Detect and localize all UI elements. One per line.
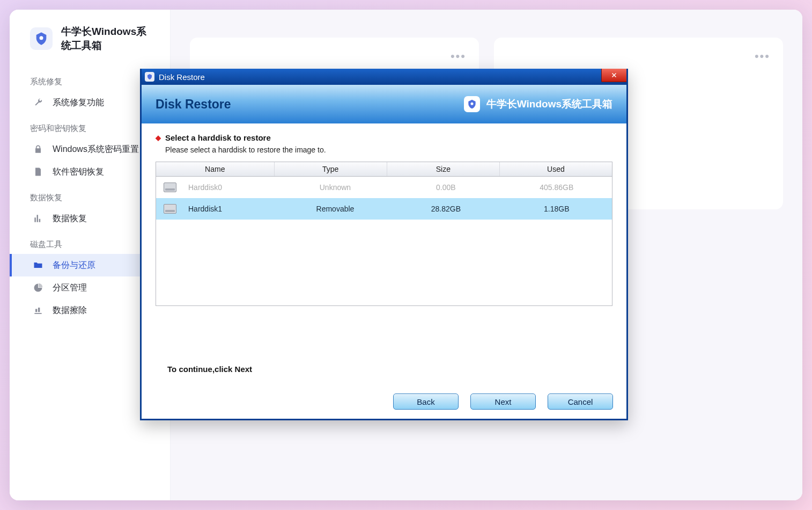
table-row[interactable]: Harddisk1 Removable 28.82GB 1.18GB <box>156 198 612 220</box>
cell-type: Unknown <box>280 183 390 192</box>
table-row[interactable]: Harddisk0 Unknown 0.00B 405.86GB <box>156 177 612 198</box>
nav-label: 备份与还原 <box>53 260 95 271</box>
nav-label: 系统修复功能 <box>53 97 104 108</box>
lock-icon <box>32 143 44 155</box>
nav-label: 分区管理 <box>53 282 87 294</box>
step-title: Select a harddisk to restore <box>165 133 271 142</box>
brand: 牛学长Windows系 统工具箱 <box>10 25 170 67</box>
dialog-footer: Back Next Cancel <box>143 386 625 417</box>
cell-size: 28.82GB <box>390 205 501 213</box>
disk-restore-dialog: Disk Restore Disk Restore 牛学长Windows系统工具… <box>140 69 628 420</box>
step-subtitle: Please select a harddisk to restore the … <box>156 142 612 162</box>
brand-title-line1: 牛学长Windows系 <box>61 25 146 39</box>
dialog-header-brand: 牛学长Windows系统工具箱 <box>464 96 612 112</box>
nav-label: Windows系统密码重置 <box>53 144 139 155</box>
eraser-icon <box>32 304 44 316</box>
dialog-titlebar[interactable]: Disk Restore <box>142 69 626 85</box>
back-button[interactable]: Back <box>393 394 459 410</box>
dialog-body: ◆ Select a harddisk to restore Please se… <box>142 123 626 306</box>
col-used[interactable]: Used <box>500 162 612 176</box>
app-window: 牛学长Windows系 统工具箱 系统修复 系统修复功能 密码和密钥恢复 Win… <box>10 10 802 500</box>
svg-point-4 <box>470 103 473 105</box>
brand-icon <box>30 27 53 50</box>
svg-point-1 <box>40 36 43 40</box>
col-size[interactable]: Size <box>387 162 500 176</box>
cell-size: 0.00B <box>390 183 501 192</box>
dialog-header-title: Disk Restore <box>156 97 231 112</box>
cell-name: Harddisk0 <box>188 183 222 192</box>
disk-table: Name Type Size Used Harddisk0 Unknown 0.… <box>156 162 612 306</box>
dialog-close-button[interactable] <box>601 69 626 82</box>
col-type[interactable]: Type <box>275 162 387 176</box>
cell-type: Removable <box>280 205 390 213</box>
cell-used: 1.18GB <box>501 205 612 213</box>
cancel-button[interactable]: Cancel <box>548 394 613 410</box>
dialog-header: Disk Restore 牛学长Windows系统工具箱 <box>142 85 626 123</box>
cell-name: Harddisk1 <box>188 205 222 213</box>
disk-icon <box>164 183 176 192</box>
nav-label: 数据擦除 <box>53 305 87 316</box>
key-doc-icon <box>32 166 44 178</box>
col-name[interactable]: Name <box>156 162 275 176</box>
next-button[interactable]: Next <box>470 394 536 410</box>
card-more-icon[interactable]: ••• <box>451 49 466 63</box>
pie-icon <box>32 282 44 294</box>
table-body: Harddisk0 Unknown 0.00B 405.86GB Harddis… <box>156 177 612 305</box>
diamond-icon: ◆ <box>156 134 161 142</box>
dialog-header-brand-text: 牛学长Windows系统工具箱 <box>486 97 612 111</box>
brand-icon <box>464 96 480 112</box>
folder-icon <box>32 259 44 271</box>
disk-icon <box>164 204 176 214</box>
brand-title-line2: 统工具箱 <box>61 39 146 53</box>
dialog-title-icon <box>145 72 154 82</box>
wrench-icon <box>32 97 44 108</box>
dialog-title: Disk Restore <box>159 72 205 82</box>
brand-title: 牛学长Windows系 统工具箱 <box>61 25 146 52</box>
continue-hint: To continue,click Next <box>167 365 252 374</box>
nav-label: 数据恢复 <box>53 213 87 224</box>
step-heading: ◆ Select a harddisk to restore <box>156 133 612 142</box>
table-header: Name Type Size Used <box>156 162 612 177</box>
nav-label: 软件密钥恢复 <box>53 166 104 178</box>
cell-used: 405.86GB <box>501 183 612 192</box>
card-more-icon[interactable]: ••• <box>755 49 770 63</box>
bars-icon <box>32 213 44 224</box>
